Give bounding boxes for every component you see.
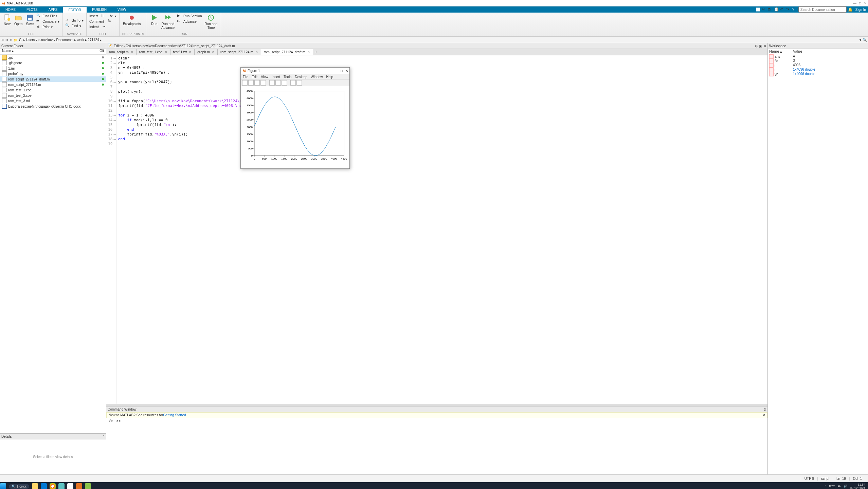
breakpoints-button[interactable]: Breakpoints <box>122 13 142 26</box>
file-row[interactable]: rom_test_3.mi <box>0 98 106 104</box>
variable-value[interactable]: 1x4096 double <box>793 72 815 76</box>
indent-button[interactable]: Indent ⇥ <box>89 24 116 30</box>
figure-menu-desktop[interactable]: Desktop <box>295 75 307 79</box>
file-row[interactable]: Высота верхней площадки объекта СНО.docx <box>0 104 106 109</box>
taskbar-search[interactable]: 🔍Поиск <box>9 484 29 489</box>
explorer-icon[interactable] <box>32 483 38 489</box>
main-tab-editor[interactable]: EDITOR <box>63 6 87 13</box>
figure-close-button[interactable]: ✕ <box>345 69 348 73</box>
breadcrumb-node[interactable]: Users <box>26 38 35 42</box>
main-tab-plots[interactable]: PLOTS <box>21 6 43 13</box>
print-button[interactable]: 🖨Print ▾ <box>36 24 59 30</box>
find-files-button[interactable]: 🔍Find Files <box>36 13 59 19</box>
chrome-icon[interactable] <box>50 483 56 489</box>
figure-maximize-button[interactable]: □ <box>341 69 343 73</box>
main-tab-publish[interactable]: PUBLISH <box>87 6 112 13</box>
find-button[interactable]: 🔍Find ▾ <box>65 23 84 29</box>
breadcrumb-node[interactable]: 271124 <box>88 38 99 42</box>
app-icon[interactable] <box>85 483 91 489</box>
fig-open-icon[interactable] <box>248 80 254 86</box>
cmdwin-dock-icon[interactable]: ⊙ <box>763 408 766 411</box>
outlook-icon[interactable] <box>41 483 47 489</box>
fig-edit-icon[interactable] <box>269 80 275 86</box>
goto-button[interactable]: ➔Go To ▾ <box>65 18 84 23</box>
figure-menu-tools[interactable]: Tools <box>284 75 291 79</box>
editor-tab-close-icon[interactable]: ✕ <box>189 50 192 54</box>
comment-button[interactable]: Comment % <box>89 19 116 24</box>
file-row[interactable]: rom_script_271124_draft.m <box>0 76 106 82</box>
command-input[interactable]: fx >> <box>106 418 767 474</box>
editor-tab[interactable]: rom_test_1.coe✕ <box>137 49 170 55</box>
figure-menu-window[interactable]: Window <box>311 75 323 79</box>
nav-back-icon[interactable]: ⬅ <box>1 38 4 42</box>
details-collapse-icon[interactable]: ˄ <box>103 435 105 438</box>
breadcrumb-node[interactable]: work <box>77 38 84 42</box>
editor-area[interactable]: 1—2—3—4—5 6—7 8—9 10—11—12 13—14—15—16—1… <box>106 55 767 404</box>
undo-icon[interactable]: ↶ <box>780 7 785 12</box>
compare-button[interactable]: ⇄Compare ▾ <box>36 19 59 24</box>
workspace-row[interactable]: yn1x4096 double <box>768 72 868 76</box>
copy-icon[interactable]: ⧉ <box>768 7 773 12</box>
yandex-icon[interactable] <box>67 483 73 489</box>
help-icon[interactable]: ? <box>792 7 797 12</box>
editor-tab[interactable]: rom_script.m✕ <box>106 49 137 55</box>
editor-tab[interactable]: test31.txt✕ <box>170 49 195 55</box>
editor-tab-close-icon[interactable]: ✕ <box>255 50 258 54</box>
breadcrumb-node[interactable]: Documents <box>56 38 74 42</box>
editor-dock-icon[interactable]: ⊙ <box>755 44 758 48</box>
main-tab-view[interactable]: VIEW <box>112 6 132 13</box>
redo-icon[interactable]: ↷ <box>786 7 791 12</box>
editor-tab-close-icon[interactable]: ✕ <box>131 50 133 54</box>
editor-tab[interactable]: rom_script_271124_draft.m✕ <box>261 49 313 55</box>
breadcrumb-node[interactable]: s.novikov <box>38 38 53 42</box>
nav-fwd-icon[interactable]: ➡ <box>5 38 8 42</box>
editor-tab[interactable]: rom_script_271124.m✕ <box>218 49 261 55</box>
run-button[interactable]: Run <box>150 13 159 26</box>
tray-network-icon[interactable]: 🖧 <box>838 485 841 488</box>
code-area[interactable]: clearclcn = 0:4095 ;yn = sin(2*pi/4096*n… <box>117 55 767 404</box>
fig-colorbar-icon[interactable] <box>296 80 302 86</box>
variable-value[interactable]: 1x4096 double <box>793 68 815 71</box>
file-tree[interactable]: .git.gitignore1.miprobe1.pyrom_script_27… <box>0 55 106 433</box>
line-gutter[interactable]: 1—2—3—4—5 6—7 8—9 10—11—12 13—14—15—16—1… <box>106 55 117 404</box>
tray-chevron-icon[interactable]: ˄ <box>825 485 826 488</box>
save-all-icon[interactable] <box>756 7 760 12</box>
file-row[interactable]: .gitignore <box>0 60 106 66</box>
cut-icon[interactable]: ✂ <box>762 7 766 12</box>
tray-clock[interactable]: 11:5402.12.2024 <box>850 483 865 489</box>
workspace-row[interactable]: ans4 <box>768 54 868 59</box>
store-icon[interactable] <box>58 483 65 489</box>
workspace-row[interactable]: i4096 <box>768 63 868 68</box>
horizontal-splitter[interactable] <box>106 404 767 406</box>
file-row[interactable]: .git <box>0 55 106 60</box>
search-doc-input[interactable] <box>798 6 847 13</box>
file-row[interactable]: probe1.py <box>0 71 106 76</box>
fig-datacursor-icon[interactable] <box>282 80 287 86</box>
new-file-button[interactable]: New <box>3 13 12 26</box>
cf-col-git[interactable]: Git <box>90 49 104 54</box>
window-maximize-button[interactable]: □ <box>859 1 861 5</box>
run-and-time-button[interactable]: Run and Time <box>204 13 218 30</box>
file-row[interactable]: rom_test_2.coe <box>0 93 106 98</box>
file-row[interactable]: 1.mi <box>0 66 106 71</box>
editor-tab-close-icon[interactable]: ✕ <box>307 50 310 54</box>
run-section-button[interactable]: ▶Run Section <box>177 13 202 19</box>
figure-menu-file[interactable]: File <box>243 75 248 79</box>
matlab-taskbar-icon[interactable] <box>76 483 82 489</box>
tray-lang[interactable]: РУС <box>829 485 835 488</box>
insert-button[interactable]: Insert § fx ▾ <box>89 13 116 19</box>
editor-maximize-icon[interactable]: ▣ <box>759 44 762 48</box>
fig-link-icon[interactable] <box>290 80 296 86</box>
workspace-row[interactable]: fid3 <box>768 59 868 63</box>
tray-volume-icon[interactable]: 🔊 <box>844 485 847 488</box>
main-tab-apps[interactable]: APPS <box>43 6 63 13</box>
file-row[interactable]: rom_script_271124.m <box>0 82 106 87</box>
advance-button[interactable]: ⏭Advance <box>177 19 202 24</box>
figure-menu-insert[interactable]: Insert <box>272 75 280 79</box>
editor-tab[interactable]: graph.m✕ <box>195 49 218 55</box>
save-file-button[interactable]: Save <box>25 13 34 26</box>
window-minimize-button[interactable]: — <box>853 1 856 5</box>
editor-tab-close-icon[interactable]: ✕ <box>212 50 215 54</box>
file-row[interactable]: rom_test_1.coe <box>0 87 106 93</box>
fig-rotate-icon[interactable] <box>275 80 281 86</box>
